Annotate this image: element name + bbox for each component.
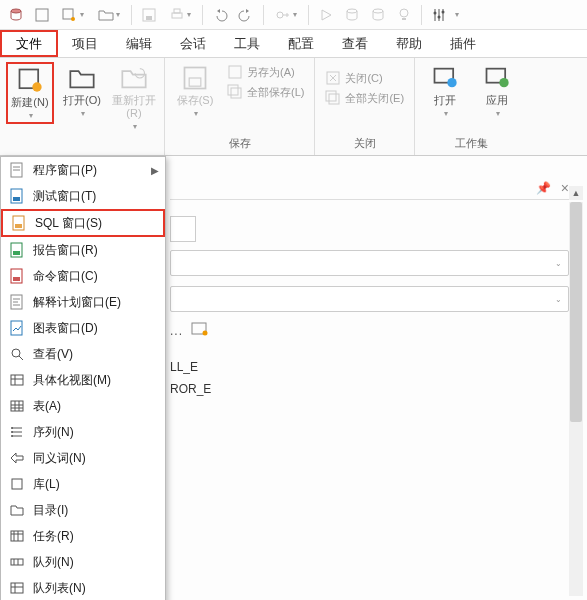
open-button[interactable]: 打开(O) ▾	[58, 62, 106, 120]
close-button[interactable]: 关闭(C)	[321, 68, 408, 88]
menu-project[interactable]: 项目	[58, 30, 112, 57]
cm-library[interactable]: 库(L)	[1, 471, 165, 497]
menu-help[interactable]: 帮助	[382, 30, 436, 57]
cylinder2-icon[interactable]	[366, 3, 390, 27]
closeall-button[interactable]: 全部关闭(E)	[321, 88, 408, 108]
blank-icon[interactable]	[30, 3, 54, 27]
dropdown-2[interactable]: ⌄	[170, 286, 569, 312]
svg-rect-6	[172, 13, 182, 18]
ws-open-button[interactable]: 打开 ▾	[421, 62, 469, 120]
cm-program-window[interactable]: 程序窗口(P) ▶	[1, 157, 165, 183]
cm-report-window[interactable]: 报告窗口(R)	[1, 237, 165, 263]
closeall-label: 全部关闭(E)	[345, 91, 404, 106]
svg-point-45	[11, 427, 13, 429]
cm-queue[interactable]: 队列(N)	[1, 549, 165, 575]
redo-icon[interactable]	[234, 3, 258, 27]
ribbon-group-workset-label: 工作集	[421, 136, 521, 153]
menu-tools[interactable]: 工具	[220, 30, 274, 57]
submenu-arrow-icon: ▶	[151, 165, 159, 176]
more-dots[interactable]: ...	[170, 324, 183, 338]
svg-point-30	[203, 331, 208, 336]
save-button-label: 保存(S)	[177, 94, 214, 107]
new-tab-icon[interactable]	[191, 322, 209, 339]
key-drop-icon[interactable]: ▾	[269, 3, 303, 27]
open-button-label: 打开(O)	[63, 94, 101, 107]
ws-apply-label: 应用	[486, 94, 508, 107]
svg-point-14	[442, 10, 445, 13]
cm-sql-window[interactable]: SQL 窗口(S)	[1, 209, 165, 237]
db-icon[interactable]	[4, 3, 28, 27]
panel-header: 📌 ×	[170, 176, 569, 200]
ribbon-group-file: 新建(N) ▾ 打开(O) ▾ 重新打开(R) ▾	[0, 58, 165, 155]
undo-icon[interactable]	[208, 3, 232, 27]
save-icon[interactable]	[137, 3, 161, 27]
menu-plugins[interactable]: 插件	[436, 30, 490, 57]
svg-rect-37	[13, 251, 20, 255]
svg-point-42	[12, 349, 20, 357]
bulb-icon[interactable]	[392, 3, 416, 27]
svg-rect-23	[326, 91, 336, 101]
cm-chart-window[interactable]: 图表窗口(D)	[1, 315, 165, 341]
svg-rect-44	[11, 401, 23, 411]
saveas-button[interactable]: 另存为(A)	[223, 62, 308, 82]
file-new-menu: 程序窗口(P) ▶ 测试窗口(T) SQL 窗口(S) 报告窗口(R) 命令窗口…	[0, 156, 166, 600]
ws-open-label: 打开	[434, 94, 456, 107]
close-icon[interactable]: ×	[561, 180, 569, 196]
dropdown-1[interactable]: ⌄	[170, 250, 569, 276]
saveall-label: 全部保存(L)	[247, 85, 304, 100]
cm-synonym[interactable]: 同义词(N)	[1, 445, 165, 471]
cm-command-window[interactable]: 命令窗口(C)	[1, 263, 165, 289]
new-button[interactable]: 新建(N) ▾	[6, 62, 54, 124]
cylinder-icon[interactable]	[340, 3, 364, 27]
sliders-icon[interactable]	[427, 3, 451, 27]
blank-box	[170, 216, 196, 242]
save-button[interactable]: 保存(S) ▾	[171, 62, 219, 120]
reopen-button[interactable]: 重新打开(R) ▾	[110, 62, 158, 133]
folder-drop-icon[interactable]: ▾	[92, 3, 126, 27]
svg-rect-50	[11, 559, 23, 565]
svg-point-16	[32, 82, 41, 91]
ribbon-group-workset: 打开 ▾ 应用 ▾ 工作集	[415, 58, 527, 155]
list-fragment: LL_E ROR_E	[170, 356, 211, 400]
menu-session[interactable]: 会话	[166, 30, 220, 57]
scrollbar[interactable]: ▲	[569, 202, 583, 596]
menu-edit[interactable]: 编辑	[112, 30, 166, 57]
reopen-button-label: 重新打开(R)	[112, 94, 156, 120]
ws-apply-button[interactable]: 应用 ▾	[473, 62, 521, 120]
svg-rect-20	[228, 85, 238, 95]
menubar: 文件 项目 编辑 会话 工具 配置 查看 帮助 插件	[0, 30, 587, 58]
menu-config[interactable]: 配置	[274, 30, 328, 57]
svg-point-13	[438, 15, 441, 18]
pin-icon[interactable]: 📌	[536, 181, 551, 195]
cm-sequence[interactable]: 序列(N)	[1, 419, 165, 445]
cm-view[interactable]: 查看(V)	[1, 341, 165, 367]
svg-point-28	[499, 78, 508, 87]
menu-view[interactable]: 查看	[328, 30, 382, 57]
svg-point-11	[400, 9, 408, 17]
scroll-thumb[interactable]	[570, 202, 582, 422]
cm-table[interactable]: 表(A)	[1, 393, 165, 419]
ribbon-group-save-label: 保存	[171, 136, 308, 153]
cm-mat-view[interactable]: 具体化视图(M)	[1, 367, 165, 393]
cm-queue-table[interactable]: 队列表(N)	[1, 575, 165, 600]
new-drop-icon[interactable]: ▾	[56, 3, 90, 27]
svg-rect-39	[13, 277, 20, 281]
svg-point-12	[434, 11, 437, 14]
scroll-up-icon[interactable]: ▲	[569, 186, 583, 200]
svg-rect-49	[11, 531, 23, 541]
menu-file[interactable]: 文件	[0, 30, 58, 57]
ribbon-group-save: 保存(S) ▾ 另存为(A) 全部保存(L) 保存	[165, 58, 315, 155]
cm-test-window[interactable]: 测试窗口(T)	[1, 183, 165, 209]
saveall-button[interactable]: 全部保存(L)	[223, 82, 308, 102]
toolbar-overflow-icon[interactable]: ▾	[455, 10, 459, 19]
print-drop-icon[interactable]: ▾	[163, 3, 197, 27]
ribbon-group-label	[6, 151, 158, 153]
cm-directory[interactable]: 目录(I)	[1, 497, 165, 523]
svg-rect-48	[12, 479, 22, 489]
play-icon[interactable]	[314, 3, 338, 27]
cm-job[interactable]: 任务(R)	[1, 523, 165, 549]
svg-rect-24	[329, 94, 339, 104]
svg-point-8	[277, 12, 283, 18]
svg-point-3	[71, 17, 75, 21]
cm-explain-window[interactable]: 解释计划窗口(E)	[1, 289, 165, 315]
